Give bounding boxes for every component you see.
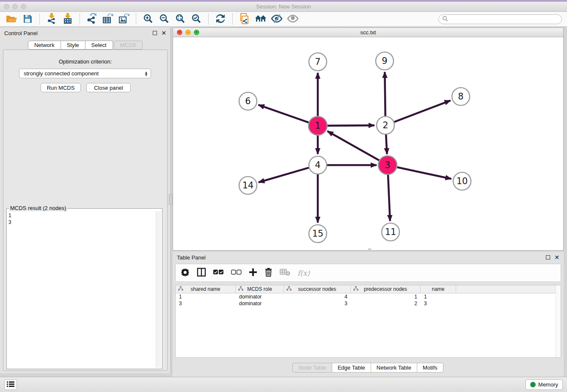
search-box[interactable]	[438, 14, 562, 24]
apply-preferred-layout-button[interactable]	[214, 13, 227, 25]
graph-node-7[interactable]: 7	[309, 53, 327, 71]
eye-icon	[287, 14, 299, 25]
birds-eye-view-button[interactable]	[286, 13, 299, 25]
optimization-criterion-select[interactable]: strongly connected component ▲▼	[19, 69, 151, 78]
graph-node-4[interactable]: 4	[309, 156, 327, 174]
graph-edge-3-11[interactable]	[388, 174, 390, 221]
add-row-button[interactable]	[249, 268, 257, 278]
search-input[interactable]	[450, 16, 558, 22]
export-network-icon	[86, 13, 97, 25]
horizontal-splitter-handle[interactable]	[368, 248, 371, 251]
hide-graphics-details-button[interactable]	[270, 13, 283, 25]
zoom-selected-button[interactable]	[190, 13, 203, 25]
mcds-result-title: MCDS result (2 nodes)	[9, 205, 67, 211]
graph-node-label: 15	[312, 229, 324, 239]
graph-node-11[interactable]: 11	[382, 223, 399, 241]
graph-node-label: 11	[385, 227, 396, 237]
graph-edge-2-9[interactable]	[385, 72, 385, 116]
table-row[interactable]: 1 dominator 4 1 1	[176, 293, 561, 300]
graph-node-2[interactable]: 2	[377, 116, 394, 134]
graph-edge-1-2[interactable]	[327, 125, 374, 126]
graph-edge-3-10[interactable]	[397, 167, 451, 179]
column-header-name[interactable]: name	[421, 285, 456, 293]
vertical-splitter-handle[interactable]	[169, 194, 173, 205]
control-panel: Control Panel ✕ Network Style Select MCD…	[0, 28, 171, 373]
graph-node-3[interactable]: 3	[378, 156, 397, 174]
delete-rows-button[interactable]	[264, 268, 272, 278]
table-row[interactable]: 3 dominator 3 2 3	[176, 300, 561, 307]
export-table-button[interactable]	[102, 13, 114, 25]
memory-button[interactable]: Memory	[526, 379, 563, 390]
open-session-button[interactable]	[5, 13, 18, 25]
clone-network-button[interactable]	[238, 13, 251, 25]
graph-node-15[interactable]: 15	[309, 225, 327, 243]
close-table-panel-icon[interactable]: ✕	[554, 255, 559, 259]
tree-icon	[353, 286, 358, 292]
delete-table-button[interactable]	[280, 268, 290, 277]
task-history-button[interactable]	[4, 379, 17, 390]
tab-edge-table[interactable]: Edge Table	[332, 363, 371, 373]
select-stepper-icon: ▲▼	[144, 71, 148, 76]
run-mcds-button[interactable]: Run MCDS	[41, 83, 81, 92]
table-settings-button[interactable]	[181, 268, 190, 278]
save-session-button[interactable]	[21, 13, 34, 25]
export-image-button[interactable]	[118, 13, 130, 25]
tab-network-table[interactable]: Network Table	[371, 363, 417, 373]
close-panel-button[interactable]: Close panel	[86, 83, 131, 92]
export-network-button[interactable]	[85, 13, 98, 25]
network-canvas[interactable]: 7968124314101511	[173, 37, 563, 250]
cell-successor-nodes[interactable]: 4	[284, 293, 351, 300]
cell-predecessor-nodes[interactable]: 2	[351, 300, 421, 307]
column-header-predecessor-nodes[interactable]: predecessor nodes	[351, 285, 421, 293]
network-graph: 7968124314101511	[173, 37, 563, 250]
column-header-successor-nodes[interactable]: successor nodes	[284, 285, 351, 293]
graph-edge-1-6[interactable]	[259, 105, 309, 123]
import-network-button[interactable]	[45, 13, 58, 25]
cell-shared-name[interactable]: 1	[176, 293, 236, 300]
table-scrollbar[interactable]	[556, 285, 561, 357]
tab-mcds[interactable]: MCDS	[114, 41, 143, 50]
cell-shared-name[interactable]: 3	[176, 300, 236, 307]
graph-node-6[interactable]: 6	[239, 92, 257, 110]
function-builder-button[interactable]: f(x)	[297, 269, 310, 277]
cell-successor-nodes[interactable]: 3	[284, 300, 351, 307]
trash-icon	[264, 268, 272, 278]
tree-icon	[286, 286, 292, 292]
graph-edge-3-1[interactable]	[328, 131, 380, 160]
first-neighbors-button[interactable]	[254, 13, 267, 25]
tab-select[interactable]: Select	[85, 41, 113, 50]
cell-predecessor-nodes[interactable]: 1	[351, 293, 421, 300]
float-panel-icon[interactable]	[153, 31, 157, 35]
graph-node-9[interactable]: 9	[376, 52, 394, 70]
column-header-mcds-role[interactable]: MCDS role	[236, 285, 284, 293]
show-columns-button[interactable]	[197, 268, 206, 278]
cell-mcds-role[interactable]: dominator	[236, 300, 284, 307]
checked-checkboxes-icon	[213, 270, 224, 276]
column-header-shared-name[interactable]: shared name	[176, 285, 236, 293]
graph-edge-2-3[interactable]	[386, 135, 387, 154]
tab-style[interactable]: Style	[61, 41, 85, 50]
zoom-fit-button[interactable]	[174, 13, 187, 25]
graph-node-8[interactable]: 8	[452, 88, 470, 105]
zoom-in-button[interactable]	[142, 13, 154, 25]
cell-mcds-role[interactable]: dominator	[236, 293, 284, 300]
graph-node-1[interactable]: 1	[308, 116, 327, 135]
select-all-button[interactable]	[213, 270, 224, 276]
tab-network[interactable]: Network	[28, 41, 61, 50]
graph-edge-4-14[interactable]	[259, 168, 309, 182]
tab-motifs[interactable]: Motifs	[417, 363, 443, 373]
cell-name[interactable]: 3	[421, 300, 456, 307]
graph-node-14[interactable]: 14	[239, 177, 257, 194]
close-panel-icon[interactable]: ✕	[161, 31, 166, 35]
import-table-button[interactable]	[61, 13, 74, 25]
fx-icon: f(x)	[297, 269, 310, 277]
graph-node-10[interactable]: 10	[453, 172, 471, 190]
float-table-panel-icon[interactable]	[546, 255, 550, 259]
zoom-out-button[interactable]	[158, 13, 171, 25]
cell-name[interactable]: 1	[421, 293, 456, 300]
graph-edge-2-8[interactable]	[394, 100, 451, 122]
result-scrollbar[interactable]	[156, 211, 161, 368]
mcds-result-text[interactable]: 1 3	[8, 212, 155, 368]
deselect-all-button[interactable]	[231, 270, 242, 276]
tab-node-table[interactable]: Node Table	[292, 363, 332, 373]
